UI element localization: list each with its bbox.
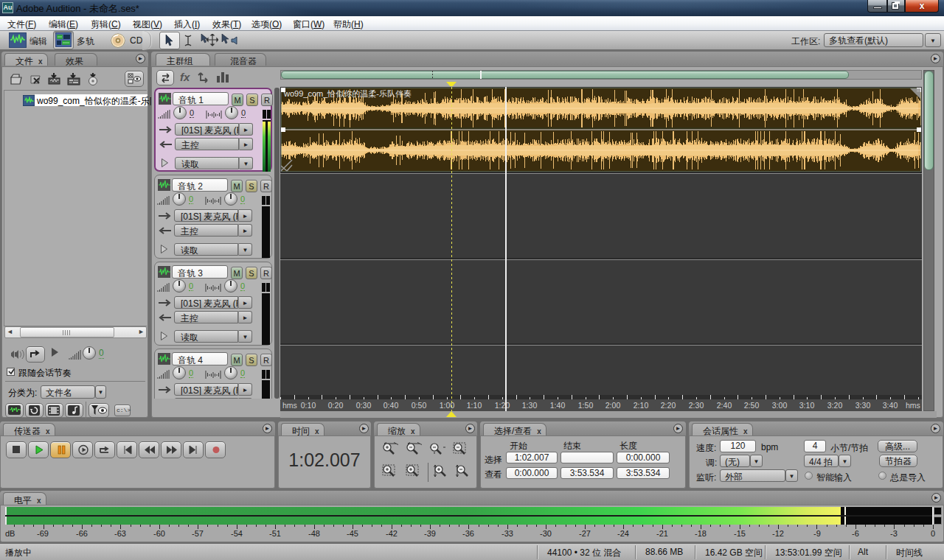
svg-text:wo99_com_恰似你的温柔-乐队伴奏: wo99_com_恰似你的温柔-乐队伴奏 [283, 89, 412, 98]
